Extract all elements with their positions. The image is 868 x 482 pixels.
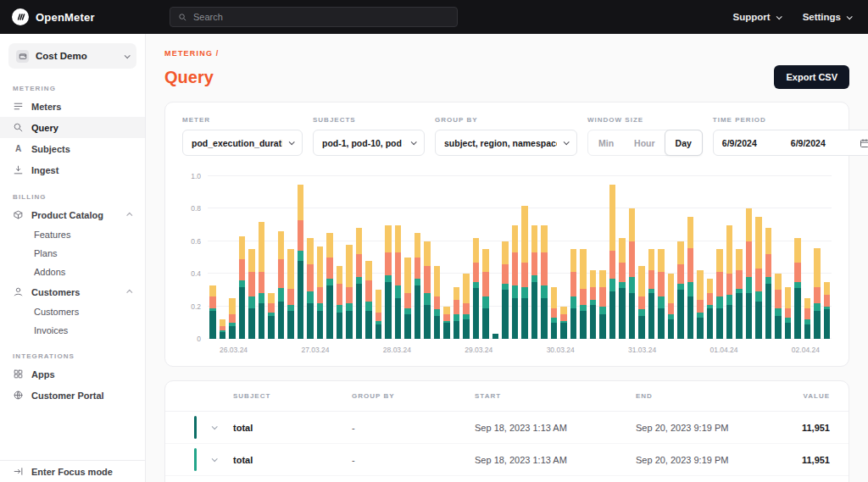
bar-stack[interactable] [619, 176, 626, 339]
row-expand-button[interactable] [209, 424, 218, 432]
bar-stack[interactable] [726, 176, 733, 339]
bar-stack[interactable] [814, 176, 821, 339]
sidebar-item-product-catalog[interactable]: Product Catalog [0, 204, 145, 225]
bar-stack[interactable] [220, 176, 226, 339]
bar-stack[interactable] [648, 176, 655, 339]
bar-stack[interactable] [278, 176, 285, 339]
bar-stack[interactable] [356, 176, 363, 339]
bar-stack[interactable] [590, 176, 597, 339]
brand[interactable]: OpenMeter [0, 8, 146, 25]
sidebar-item-customers[interactable]: Customers [0, 281, 145, 302]
bar-stack[interactable] [346, 176, 353, 339]
bar-segment-group-1 [551, 323, 558, 339]
bar-segment-group-3 [287, 289, 294, 305]
bar-stack[interactable] [804, 176, 811, 339]
bar-stack[interactable] [794, 176, 801, 339]
bar-stack[interactable] [551, 176, 558, 339]
bar-stack[interactable] [668, 176, 675, 339]
bar-stack[interactable] [697, 176, 704, 339]
workspace-switcher[interactable]: Cost Demo [8, 43, 136, 69]
window-size-option-min[interactable]: Min [588, 130, 624, 155]
bar-stack[interactable] [415, 176, 421, 339]
bar-stack[interactable] [502, 176, 509, 339]
bar-stack[interactable] [463, 176, 470, 339]
sidebar-subitem-invoices[interactable]: Invoices [0, 321, 145, 340]
bar-stack[interactable] [716, 176, 723, 339]
bar-stack[interactable] [492, 176, 499, 339]
bar-stack[interactable] [707, 176, 714, 339]
settings-menu[interactable]: Settings [803, 12, 851, 22]
search-box[interactable] [170, 7, 458, 27]
bar-stack[interactable] [746, 176, 753, 339]
bar-stack[interactable] [376, 176, 382, 339]
bar-stack[interactable] [521, 176, 528, 339]
bar-stack[interactable] [580, 176, 587, 339]
sidebar-item-subjects[interactable]: A Subjects [0, 138, 145, 159]
bar-stack[interactable] [326, 176, 333, 339]
bar-stack[interactable] [512, 176, 519, 339]
bar-stack[interactable] [531, 176, 538, 339]
table-row[interactable]: total - Sep 18, 2023 1:13 AM Sep 20, 202… [165, 412, 849, 444]
bar-stack[interactable] [609, 176, 616, 339]
bar-stack[interactable] [268, 176, 275, 339]
subjects-select[interactable]: pod-1, pod-10, pod 31 [313, 130, 425, 156]
window-size-option-day[interactable]: Day [665, 130, 703, 156]
breadcrumb[interactable]: METERING / [164, 49, 849, 58]
bar-stack[interactable] [365, 176, 372, 339]
export-csv-button[interactable]: Export CSV [774, 65, 849, 89]
meter-select[interactable]: pod_execution_duration [182, 130, 303, 156]
bar-stack[interactable] [404, 176, 411, 339]
bar-stack[interactable] [541, 176, 548, 339]
bar-stack[interactable] [287, 176, 294, 339]
bar-stack[interactable] [239, 176, 246, 339]
bar-stack[interactable] [775, 176, 782, 339]
support-menu[interactable]: Support [733, 12, 781, 22]
bar-stack[interactable] [259, 176, 265, 339]
bar-stack[interactable] [209, 176, 216, 339]
sidebar-item-customer-portal[interactable]: Customer Portal [0, 385, 145, 406]
time-period-picker[interactable]: 6/9/2024 6/9/2024 [713, 130, 868, 156]
sidebar-subitem-features[interactable]: Features [0, 225, 145, 244]
bar-stack[interactable] [560, 176, 567, 339]
sidebar-item-apps[interactable]: Apps [0, 363, 145, 385]
sidebar-item-meters[interactable]: Meters [0, 96, 145, 117]
sidebar-subitem-customers[interactable]: Customers [0, 302, 145, 321]
focus-mode-button[interactable]: Enter Focus mode [0, 461, 145, 482]
bar-stack[interactable] [385, 176, 392, 339]
bar-stack[interactable] [755, 176, 762, 339]
sidebar-item-query[interactable]: Query [0, 117, 145, 138]
bar-stack[interactable] [337, 176, 343, 339]
table-row[interactable]: total - Sep 18, 2023 1:13 AM Sep 20, 202… [165, 444, 849, 476]
bar-stack[interactable] [307, 176, 314, 339]
sidebar-subitem-addons[interactable]: Addons [0, 263, 145, 281]
bar-stack[interactable] [424, 176, 431, 339]
bar-stack[interactable] [298, 176, 304, 339]
sidebar-subitem-plans[interactable]: Plans [0, 244, 145, 263]
bar-stack[interactable] [677, 176, 684, 339]
bar-stack[interactable] [785, 176, 792, 339]
row-expand-button[interactable] [209, 456, 218, 464]
bar-stack[interactable] [824, 176, 831, 339]
bar-stack[interactable] [453, 176, 460, 339]
group-by-select[interactable]: subject, region, namespace, lo [435, 130, 577, 156]
bar-stack[interactable] [473, 176, 480, 339]
bar-stack[interactable] [629, 176, 636, 339]
bar-stack[interactable] [736, 176, 743, 339]
sidebar-item-ingest[interactable]: Ingest [0, 159, 145, 180]
bar-stack[interactable] [687, 176, 694, 339]
bar-stack[interactable] [638, 176, 645, 339]
bar-stack[interactable] [443, 176, 450, 339]
window-size-option-hour[interactable]: Hour [624, 130, 665, 155]
bar-stack[interactable] [395, 176, 402, 339]
search-input[interactable] [193, 12, 449, 22]
bar-stack[interactable] [570, 176, 577, 339]
bar-stack[interactable] [658, 176, 665, 339]
bar-segment-group-3 [512, 252, 519, 285]
bar-stack[interactable] [317, 176, 324, 339]
bar-stack[interactable] [599, 176, 606, 339]
bar-stack[interactable] [248, 176, 255, 339]
bar-stack[interactable] [434, 176, 441, 339]
bar-stack[interactable] [765, 176, 772, 339]
bar-stack[interactable] [229, 176, 236, 339]
bar-stack[interactable] [482, 176, 489, 339]
